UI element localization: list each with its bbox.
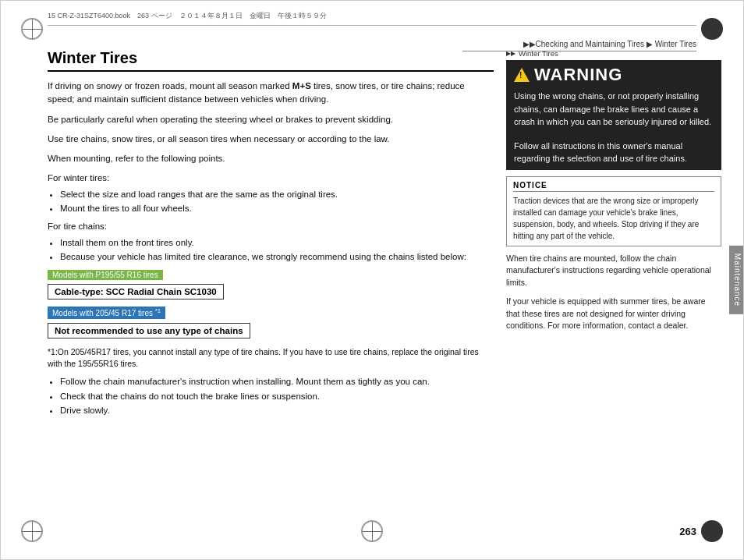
- page-title: Winter Tires: [48, 49, 494, 72]
- bullet-item: Select the size and load ranges that are…: [60, 187, 494, 201]
- page: 15 CR-Z-31SZT6400.book 263 ページ ２０１４年８月１日…: [0, 0, 744, 560]
- winter-tires-label: For winter tires:: [48, 172, 494, 185]
- bullet-item: Install them on the front tires only.: [60, 236, 494, 250]
- tire-chains-bullets: Install them on the front tires only. Be…: [60, 236, 494, 264]
- corner-decoration-bl: [18, 517, 46, 545]
- cable-type-row: Cable-type: SCC Radial Chain SC1030: [48, 284, 494, 302]
- warning-title: ! WARNING: [514, 65, 714, 85]
- paragraph-4: When mounting, refer to the following po…: [48, 152, 494, 165]
- model-p195-tag: Models with P195/55 R16 tires: [48, 270, 163, 280]
- header-file-text: 15 CR-Z-31SZT6400.book 263 ページ ２０１４年８月１日…: [48, 11, 696, 21]
- superscript-star1: *1: [155, 307, 161, 314]
- cable-type-box: Cable-type: SCC Radial Chain SC1030: [48, 284, 224, 299]
- page-number: 263: [679, 526, 696, 537]
- info-text-1: When tire chains are mounted, follow the…: [506, 253, 721, 289]
- info-text-2: If your vehicle is equipped with summer …: [506, 296, 721, 332]
- notice-box: NOTICE Traction devices that are the wro…: [506, 176, 721, 246]
- notice-title: NOTICE: [513, 181, 714, 192]
- corner-decoration-tr: [698, 15, 726, 43]
- main-content: Winter Tires If driving on snowy or froz…: [48, 49, 494, 520]
- paragraph-3: Use tire chains, snow tires, or all seas…: [48, 133, 494, 146]
- top-header: 15 CR-Z-31SZT6400.book 263 ページ ２０１４年８月１日…: [48, 7, 696, 26]
- bullet-item: Follow the chain manufacturer's instruct…: [60, 374, 494, 388]
- model-p195-tag-row: Models with P195/55 R16 tires: [48, 268, 494, 282]
- bullet-item: Check that the chains do not touch the b…: [60, 389, 494, 403]
- not-recommended-box: Not recommended to use any type of chain…: [48, 323, 250, 338]
- maintenance-tab: Maintenance: [729, 246, 743, 314]
- model-205-tag-row: Models with 205/45 R17 tires *1: [48, 305, 494, 321]
- warning-triangle-icon: !: [514, 68, 530, 82]
- right-panel: Winter Tires ! WARNING Using the wrong c…: [506, 49, 721, 520]
- corner-decoration-br: [698, 517, 726, 545]
- tire-chains-label: For tire chains:: [48, 220, 494, 233]
- footnote-star1: *1:On 205/45R17 tires, you cannot instal…: [48, 346, 494, 371]
- warning-box: ! WARNING Using the wrong chains, or not…: [506, 60, 721, 170]
- right-panel-section-label: Winter Tires: [506, 49, 721, 58]
- bullet-item: Drive slowly.: [60, 403, 494, 417]
- winter-tires-bullets: Select the size and load ranges that are…: [60, 187, 494, 216]
- warning-text-2: Follow all instructions in this owner's …: [514, 140, 714, 165]
- model-205-tag: Models with 205/45 R17 tires *1: [48, 307, 165, 318]
- notice-text: Traction devices that are the wrong size…: [513, 195, 714, 242]
- paragraph-2: Be particularly careful when operating t…: [48, 113, 494, 126]
- not-recommended-row: Not recommended to use any type of chain…: [48, 323, 494, 342]
- corner-decoration-tl: [18, 15, 46, 43]
- warning-text: Using the wrong chains, or not properly …: [514, 90, 714, 129]
- bullet-item: Because your vehicle has limited tire cl…: [60, 250, 494, 264]
- corner-decoration-bm: [358, 517, 386, 545]
- bullet-item: Mount the tires to all four wheels.: [60, 201, 494, 215]
- additional-bullets: Follow the chain manufacturer's instruct…: [60, 374, 494, 417]
- paragraph-1: If driving on snowy or frozen roads, mou…: [48, 80, 494, 107]
